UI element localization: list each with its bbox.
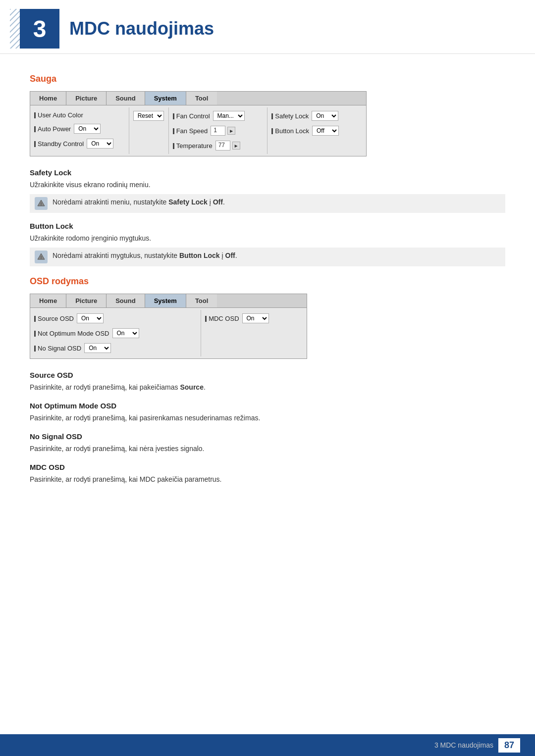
no-signal-label: No Signal OSD: [34, 345, 81, 352]
osd-tab-system[interactable]: System: [145, 294, 186, 307]
mdc-osd-label: MDC OSD: [205, 315, 239, 322]
osd-tab-picture[interactable]: Picture: [66, 294, 107, 307]
standby-control-row: Standby Control On Off: [34, 136, 125, 151]
source-osd-row: Source OSD On Off: [34, 311, 197, 326]
safety-lock-label: Safety Lock: [271, 112, 309, 120]
sauga-col1: User Auto Color Auto Power On Off Standb…: [30, 107, 129, 154]
sauga-panel-tabs: Home Picture Sound System Tool: [30, 92, 366, 105]
temperature-label: Temperature: [173, 142, 213, 150]
osd-tab-home[interactable]: Home: [30, 294, 66, 307]
button-lock-row: Button Lock Off On: [271, 123, 362, 138]
safety-lock-heading: Safety Lock: [30, 168, 505, 177]
note-icon-2: !: [35, 251, 48, 263]
source-osd-label: Source OSD: [34, 315, 74, 322]
note-icon-1: !: [35, 197, 48, 210]
not-optimum-label: Not Optimum Mode OSD: [34, 330, 109, 337]
no-signal-desc: Pasirinkite, ar rodyti pranešimą, kai nė…: [30, 444, 505, 454]
temperature-arrow[interactable]: ►: [232, 142, 240, 150]
osd-panel-body: Source OSD On Off Not Optimum Mode OSD O…: [30, 308, 307, 358]
button-lock-desc: Užrakinkite rodomo įrenginio mygtukus.: [30, 233, 505, 244]
safety-lock-note: ! Norėdami atrakinti meniu, nustatykite …: [30, 194, 505, 213]
reset-row: Reset: [133, 108, 164, 123]
fan-control-select[interactable]: Man... Auto: [213, 111, 245, 121]
chapter-number: 3: [33, 15, 47, 43]
button-lock-note: ! Norėdami atrakinti mygtukus, nustatyki…: [30, 248, 505, 266]
tab-tool[interactable]: Tool: [186, 92, 217, 105]
osd-tab-sound[interactable]: Sound: [107, 294, 145, 307]
tab-sound[interactable]: Sound: [107, 92, 145, 105]
sauga-panel-body: User Auto Color Auto Power On Off Standb…: [30, 105, 366, 156]
temperature-value: 77: [215, 141, 230, 151]
source-osd-select[interactable]: On Off: [77, 313, 104, 323]
button-lock-note-text: Norėdami atrakinti mygtukus, nustatykite…: [53, 251, 237, 261]
osd-tab-tool[interactable]: Tool: [186, 294, 217, 307]
auto-power-row: Auto Power On Off: [34, 121, 125, 136]
chapter-header: 3 MDC naudojimas: [0, 0, 535, 54]
mdc-osd-desc: Pasirinkite, ar rodyti pranešimą, kai MD…: [30, 474, 505, 485]
svg-text:!: !: [41, 202, 42, 206]
osd-right-col: MDC OSD On Off: [201, 310, 307, 356]
fan-control-row: Fan Control Man... Auto: [173, 108, 264, 123]
svg-text:!: !: [41, 255, 42, 260]
sauga-col3: Fan Control Man... Auto Fan Speed 1 ► Te…: [169, 107, 268, 154]
safety-lock-note-text: Norėdami atrakinti meniu, nustatykite Sa…: [53, 197, 225, 207]
tab-system[interactable]: System: [145, 92, 186, 105]
footer-page-number: 87: [498, 738, 520, 753]
temperature-row: Temperature 77 ►: [173, 138, 264, 153]
auto-power-select[interactable]: On Off: [74, 124, 101, 134]
osd-left-col: Source OSD On Off Not Optimum Mode OSD O…: [30, 310, 201, 356]
osd-panel: Home Picture Sound System Tool Source OS…: [30, 294, 307, 359]
fan-speed-row: Fan Speed 1 ►: [173, 123, 264, 138]
main-content: Sauga Home Picture Sound System Tool Use…: [0, 54, 535, 518]
source-osd-desc: Pasirinkite, ar rodyti pranešimą, kai pa…: [30, 382, 505, 393]
button-lock-select[interactable]: Off On: [312, 126, 339, 136]
footer-text: 3 MDC naudojimas: [434, 741, 493, 749]
not-optimum-select[interactable]: On Off: [112, 328, 139, 338]
reset-select[interactable]: Reset: [133, 111, 164, 121]
sauga-panel: Home Picture Sound System Tool User Auto…: [30, 91, 367, 156]
chapter-number-box: 3: [20, 9, 59, 49]
not-optimum-row: Not Optimum Mode OSD On Off: [34, 326, 197, 341]
osd-panel-tabs: Home Picture Sound System Tool: [30, 294, 307, 308]
not-optimum-desc: Pasirinkite, ar rodyti pranešimą, kai pa…: [30, 413, 505, 423]
no-signal-select[interactable]: On Off: [84, 343, 111, 353]
mdc-osd-row: MDC OSD On Off: [205, 311, 303, 326]
chapter-title: MDC naudojimas: [69, 18, 214, 39]
auto-power-label: Auto Power: [34, 125, 71, 133]
standby-control-label: Standby Control: [34, 140, 84, 148]
user-auto-color-row: User Auto Color: [34, 108, 125, 121]
mdc-osd-select[interactable]: On Off: [242, 313, 269, 323]
safety-lock-row: Safety Lock On Off: [271, 108, 362, 123]
no-signal-heading: No Signal OSD: [30, 432, 505, 441]
source-osd-heading: Source OSD: [30, 371, 505, 379]
tab-picture[interactable]: Picture: [66, 92, 107, 105]
fan-speed-value: 1: [211, 126, 225, 136]
safety-lock-select[interactable]: On Off: [312, 111, 338, 121]
sauga-heading: Sauga: [30, 74, 505, 84]
safety-lock-desc: Užrakinkite visus ekrano rodinių meniu.: [30, 180, 505, 190]
fan-speed-arrow[interactable]: ►: [227, 127, 235, 135]
fan-speed-label: Fan Speed: [173, 127, 208, 135]
button-lock-heading: Button Lock: [30, 222, 505, 230]
sauga-col4: Safety Lock On Off Button Lock Off On: [268, 107, 366, 154]
button-lock-label: Button Lock: [271, 127, 309, 135]
fan-control-label: Fan Control: [173, 112, 210, 120]
footer: 3 MDC naudojimas 87: [0, 734, 535, 756]
tab-home[interactable]: Home: [30, 92, 66, 105]
osd-heading: OSD rodymas: [30, 276, 505, 287]
mdc-osd-heading: MDC OSD: [30, 463, 505, 471]
no-signal-row: No Signal OSD On Off: [34, 341, 197, 355]
standby-control-select[interactable]: On Off: [87, 139, 113, 149]
not-optimum-heading: Not Optimum Mode OSD: [30, 402, 505, 410]
sauga-col2: Reset: [129, 107, 169, 154]
user-auto-color-label: User Auto Color: [34, 111, 83, 119]
